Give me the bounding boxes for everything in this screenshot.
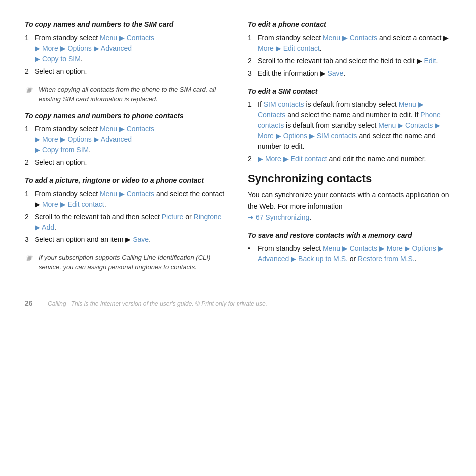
edit-phone-contact-title: To edit a phone contact <box>248 20 451 30</box>
save-link: Save <box>133 236 149 243</box>
edit-sim-contact-title: To edit a SIM contact <box>248 87 451 97</box>
copy-to-sim-title: To copy names and numbers to the SIM car… <box>25 20 228 30</box>
step-number: 1 <box>25 189 32 210</box>
step-text: From standby select Menu ▶ Contacts and … <box>258 33 451 54</box>
more-link: More ▶ Edit contact <box>258 44 320 52</box>
copy-from-sim-steps: 1 From standby select Menu ▶ Contacts ▶ … <box>25 124 228 168</box>
step-number: 2 <box>25 66 32 77</box>
copy-to-sim-section: To copy names and numbers to the SIM car… <box>25 20 228 77</box>
more-link: More ▶ Edit contact <box>42 200 104 208</box>
step-item: 2 Scroll to the relevant tab and select … <box>248 56 451 66</box>
step-item: 1 If SIM contacts is default from standb… <box>248 99 451 152</box>
step-text: Select an option. <box>35 66 228 77</box>
tip-box-2: ✺ If your subscription supports Calling … <box>25 253 228 272</box>
ringtone-link: Ringtone ▶ Add <box>35 213 222 231</box>
copy-to-sim-steps: 1 From standby select Menu ▶ Contacts ▶ … <box>25 33 228 77</box>
step-text: If SIM contacts is default from standby … <box>258 99 451 152</box>
step-text: Scroll to the relevant tab and select th… <box>258 56 451 66</box>
sim-contacts-link: SIM contacts <box>264 100 304 108</box>
step-text: Select an option and an item ▶ Save. <box>35 235 228 245</box>
step-text: ▶ More ▶ Edit contact and edit the name … <box>258 154 451 164</box>
restore-link: Restore from M.S. <box>358 255 415 263</box>
restore-title: To save and restore contacts with a memo… <box>248 231 451 240</box>
step-item: 2 Select an option. <box>25 157 228 168</box>
step-item: 3 Select an option and an item ▶ Save. <box>25 235 228 245</box>
main-content: To copy names and numbers to the SIM car… <box>25 20 451 279</box>
footer: 26 Calling This is the Internet version … <box>25 299 451 308</box>
menu-link: Menu ▶ Contacts ▶ More ▶ Options ▶ Advan… <box>258 244 444 263</box>
step-item: 1 From standby select Menu ▶ Contacts ▶ … <box>25 33 228 64</box>
menu-link: Menu ▶ Contacts <box>100 34 154 42</box>
step-number: 2 <box>248 154 255 164</box>
step-item: 2 Select an option. <box>25 66 228 77</box>
tip-box-1: ✺ When copying all contacts from the pho… <box>25 85 228 104</box>
step-number: 1 <box>248 33 255 54</box>
step-number: 1 <box>25 33 32 64</box>
bullet-dot: • <box>248 243 255 264</box>
step-number: 1 <box>248 99 255 152</box>
copy-link: ▶ Copy from SIM <box>35 146 89 154</box>
step-number: 2 <box>25 212 32 233</box>
menu-link: Menu ▶ Contacts <box>100 125 154 133</box>
add-picture-steps: 1 From standby select Menu ▶ Contacts an… <box>25 189 228 245</box>
disclaimer: This is the Internet version of the user… <box>71 300 267 307</box>
bullet-text: From standby select Menu ▶ Contacts ▶ Mo… <box>258 243 451 264</box>
step-text: From standby select Menu ▶ Contacts and … <box>35 189 228 210</box>
add-picture-section: To add a picture, ringtone or video to a… <box>25 176 228 245</box>
more-link: ▶ More ▶ Options ▶ Advanced <box>35 44 132 52</box>
add-picture-title: To add a picture, ringtone or video to a… <box>25 176 228 186</box>
save-link: Save <box>327 69 343 77</box>
sync-heading: Synchronizing contacts <box>248 172 451 185</box>
left-column: To copy names and numbers to the SIM car… <box>25 20 228 279</box>
page-number: 26 <box>25 299 40 307</box>
sync-body-text: You can synchronize your contacts with a… <box>248 191 449 210</box>
tip-icon-2: ✺ <box>25 252 35 272</box>
bullet-item: • From standby select Menu ▶ Contacts ▶ … <box>248 243 451 264</box>
copy-from-sim-section: To copy names and numbers to phone conta… <box>25 111 228 168</box>
step-text: From standby select Menu ▶ Contacts ▶ Mo… <box>35 124 228 155</box>
copy-from-sim-title: To copy names and numbers to phone conta… <box>25 111 228 121</box>
step-item: 1 From standby select Menu ▶ Contacts ▶ … <box>25 124 228 155</box>
sync-link-dot: . <box>309 213 311 221</box>
sync-body: You can synchronize your contacts with a… <box>248 189 451 223</box>
section-label: Calling <box>48 300 66 307</box>
sync-link-arrow: ➔ <box>248 213 254 221</box>
edit-phone-contact-section: To edit a phone contact 1 From standby s… <box>248 20 451 79</box>
edit-link: Edit <box>424 57 436 65</box>
step-text: Select an option. <box>35 157 228 168</box>
step-number: 1 <box>25 124 32 155</box>
restore-section: To save and restore contacts with a memo… <box>248 231 451 264</box>
edit-sim-contact-steps: 1 If SIM contacts is default from standb… <box>248 99 451 164</box>
step-text: Scroll to the relevant tab and then sele… <box>35 212 228 233</box>
menu-link-2: Menu ▶ Contacts ▶ More ▶ Options ▶ SIM c… <box>258 121 440 140</box>
edit-phone-contact-steps: 1 From standby select Menu ▶ Contacts an… <box>248 33 451 79</box>
more-link: ▶ More ▶ Edit contact <box>258 155 327 163</box>
sync-section: Synchronizing contacts You can synchroni… <box>248 172 451 223</box>
tip-text-2: If your subscription supports Calling Li… <box>39 253 228 272</box>
step-item: 1 From standby select Menu ▶ Contacts an… <box>248 33 451 54</box>
menu-link: Menu ▶ Contacts <box>323 34 377 42</box>
step-item: 3 Edit the information ▶ Save. <box>248 68 451 79</box>
picture-link: Picture <box>162 213 184 221</box>
step-number: 3 <box>25 235 32 245</box>
sync-link-text: 67 Synchronizing <box>256 213 309 221</box>
step-text: From standby select Menu ▶ Contacts ▶ Mo… <box>35 33 228 64</box>
copy-link: ▶ Copy to SIM <box>35 55 81 63</box>
more-link: ▶ More ▶ Options ▶ Advanced <box>35 135 132 143</box>
step-number: 2 <box>248 56 255 66</box>
step-item: 2 Scroll to the relevant tab and then se… <box>25 212 228 233</box>
tip-text: When copying all contacts from the phone… <box>39 85 228 104</box>
step-item: 2 ▶ More ▶ Edit contact and edit the nam… <box>248 154 451 164</box>
step-item: 1 From standby select Menu ▶ Contacts an… <box>25 189 228 210</box>
footer-text: Calling This is the Internet version of … <box>48 299 267 308</box>
step-text: Edit the information ▶ Save. <box>258 68 451 79</box>
restore-bullet-list: • From standby select Menu ▶ Contacts ▶ … <box>248 243 451 264</box>
menu-link: Menu ▶ Contacts <box>100 190 154 198</box>
edit-sim-contact-section: To edit a SIM contact 1 If SIM contacts … <box>248 87 451 165</box>
step-number: 3 <box>248 68 255 79</box>
tip-icon: ✺ <box>25 84 35 104</box>
right-column: To edit a phone contact 1 From standby s… <box>248 20 451 279</box>
step-number: 2 <box>25 157 32 168</box>
